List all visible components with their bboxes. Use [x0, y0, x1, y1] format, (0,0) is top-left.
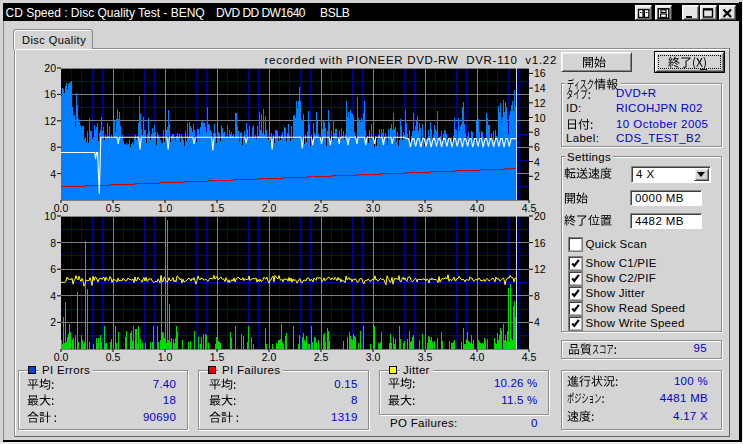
svg-text:2.0: 2.0 [262, 351, 277, 363]
svg-text:3.5: 3.5 [418, 351, 433, 363]
svg-text:3.0: 3.0 [366, 351, 381, 363]
svg-text:8: 8 [534, 126, 540, 138]
svg-text:2.5: 2.5 [314, 351, 329, 363]
svg-text:4.0: 4.0 [470, 202, 485, 214]
svg-text:16: 16 [44, 88, 56, 100]
svg-text:1.5: 1.5 [210, 202, 225, 214]
svg-text:8: 8 [534, 290, 540, 302]
svg-text:3.0: 3.0 [366, 202, 381, 214]
svg-text:10: 10 [44, 210, 56, 222]
svg-text:20: 20 [44, 62, 56, 74]
svg-text:recorded with PIONEER DVD-RW: recorded with PIONEER DVD-RW DVR-110 v1.… [265, 54, 557, 66]
svg-text:4.5: 4.5 [522, 351, 537, 363]
svg-text:2: 2 [534, 170, 540, 182]
svg-text:1.0: 1.0 [158, 202, 173, 214]
svg-text:16: 16 [534, 237, 546, 249]
svg-text:12: 12 [44, 115, 56, 127]
svg-text:3.5: 3.5 [418, 202, 433, 214]
svg-text:8: 8 [50, 237, 56, 249]
svg-text:14: 14 [534, 82, 546, 94]
svg-text:2: 2 [50, 316, 56, 328]
svg-text:6: 6 [534, 141, 540, 153]
svg-text:8: 8 [50, 141, 56, 153]
svg-text:0.5: 0.5 [106, 202, 121, 214]
svg-text:2.0: 2.0 [262, 202, 277, 214]
svg-text:20: 20 [534, 210, 546, 222]
svg-text:4.0: 4.0 [470, 351, 485, 363]
svg-text:4: 4 [50, 168, 56, 180]
svg-text:16: 16 [534, 67, 546, 79]
svg-text:12: 12 [534, 97, 546, 109]
svg-text:4: 4 [50, 290, 56, 302]
svg-text:6: 6 [50, 263, 56, 275]
svg-text:2.5: 2.5 [314, 202, 329, 214]
svg-text:4: 4 [534, 316, 540, 328]
svg-text:12: 12 [534, 263, 546, 275]
svg-text:4: 4 [534, 156, 540, 168]
svg-text:0.0: 0.0 [54, 351, 69, 363]
svg-text:1.0: 1.0 [158, 351, 173, 363]
svg-text:1.5: 1.5 [210, 351, 225, 363]
svg-text:0.5: 0.5 [106, 351, 121, 363]
svg-text:10: 10 [534, 112, 546, 124]
